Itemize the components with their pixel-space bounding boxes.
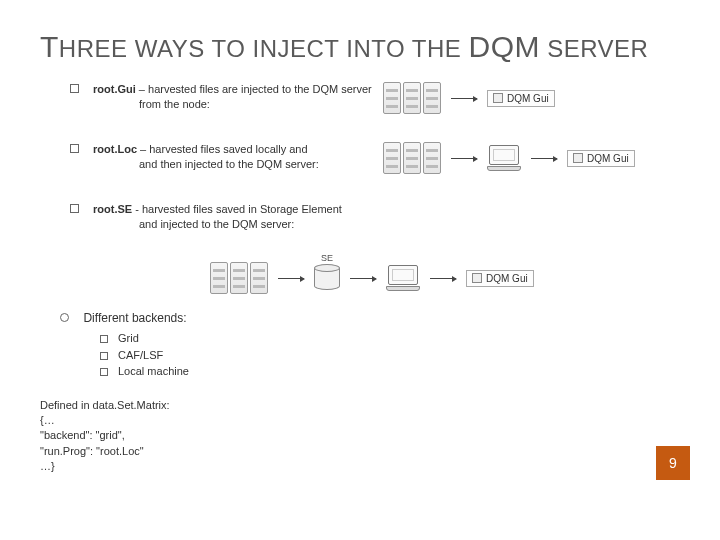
title-part-2: SERVER xyxy=(540,35,648,62)
title-cap-1: T xyxy=(40,30,59,63)
slide-title: THREE WAYS TO INJECT INTO THE DQM SERVER xyxy=(40,30,680,64)
method-name: root.Gui xyxy=(93,83,136,95)
dqm-label: DQM Gui xyxy=(507,93,549,104)
dqm-label: DQM Gui xyxy=(486,273,528,284)
methods-list: root.Gui – harvested files are injected … xyxy=(70,82,680,294)
server-cluster-icon xyxy=(210,262,268,294)
arrow-icon xyxy=(451,98,477,99)
method-text: root.Loc – harvested files saved locally… xyxy=(93,142,373,172)
server-cluster-icon xyxy=(383,142,441,174)
method-item: root.Gui – harvested files are injected … xyxy=(70,82,680,130)
arrow-icon xyxy=(430,278,456,279)
backends-list: Grid CAF/LSF Local machine xyxy=(100,330,680,380)
diagram-rootloc: DQM Gui xyxy=(383,142,680,174)
backend-name: CAF/LSF xyxy=(118,349,163,361)
backends-section: Different backends: Grid CAF/LSF Local m… xyxy=(60,308,680,380)
square-bullet-icon xyxy=(100,335,108,343)
square-bullet-icon xyxy=(100,368,108,376)
backends-heading: Different backends: xyxy=(83,311,186,325)
title-part-1: HREE WAYS TO INJECT INTO THE xyxy=(59,35,462,62)
cube-icon xyxy=(493,93,503,103)
dqm-gui-box: DQM Gui xyxy=(567,150,635,167)
code-line: …} xyxy=(40,459,680,474)
server-cluster-icon xyxy=(383,82,441,114)
backend-name: Grid xyxy=(118,332,139,344)
se-label: SE xyxy=(321,253,333,263)
method-desc-2: and then injected to the DQM server: xyxy=(139,157,319,172)
method-desc-1: – harvested files are injected to the DQ… xyxy=(136,83,372,95)
arrow-icon xyxy=(451,158,477,159)
method-desc-2: and injected to the DQM server: xyxy=(139,217,294,232)
method-text: root.SE - harvested files saved in Stora… xyxy=(93,202,373,232)
method-item: root.SE - harvested files saved in Stora… xyxy=(70,202,680,250)
diagram-rootgui: DQM Gui xyxy=(383,82,680,114)
code-line: "run.Prog": "root.Loc" xyxy=(40,444,680,459)
square-bullet-icon xyxy=(70,144,79,153)
dqm-gui-box: DQM Gui xyxy=(466,270,534,287)
config-snippet: Defined in data.Set.Matrix: {… "backend"… xyxy=(40,398,680,475)
code-line: "backend": "grid", xyxy=(40,428,680,443)
arrow-icon xyxy=(531,158,557,159)
method-desc-1: – harvested files saved locally and xyxy=(137,143,308,155)
code-line: Defined in data.Set.Matrix: xyxy=(40,398,680,413)
laptop-icon xyxy=(386,265,420,291)
circle-bullet-icon xyxy=(60,313,69,322)
code-line: {… xyxy=(40,413,680,428)
page-number: 9 xyxy=(656,446,690,480)
square-bullet-icon xyxy=(70,84,79,93)
dqm-label: DQM Gui xyxy=(587,153,629,164)
square-bullet-icon xyxy=(100,352,108,360)
method-desc-2: from the node: xyxy=(139,97,210,112)
laptop-icon xyxy=(487,145,521,171)
arrow-icon xyxy=(350,278,376,279)
dqm-gui-box: DQM Gui xyxy=(487,90,555,107)
method-item: root.Loc – harvested files saved locally… xyxy=(70,142,680,190)
cube-icon xyxy=(573,153,583,163)
backend-name: Local machine xyxy=(118,365,189,377)
arrow-icon xyxy=(278,278,304,279)
list-item: Grid xyxy=(100,330,680,347)
storage-cylinder-icon xyxy=(314,264,340,292)
square-bullet-icon xyxy=(70,204,79,213)
method-text: root.Gui – harvested files are injected … xyxy=(93,82,373,112)
diagram-rootse: SE DQM Gui xyxy=(210,262,680,294)
list-item: CAF/LSF xyxy=(100,347,680,364)
list-item: Local machine xyxy=(100,363,680,380)
title-cap-2: DQM xyxy=(469,30,541,63)
method-desc-1: - harvested files saved in Storage Eleme… xyxy=(132,203,342,215)
method-name: root.SE xyxy=(93,203,132,215)
cube-icon xyxy=(472,273,482,283)
method-name: root.Loc xyxy=(93,143,137,155)
